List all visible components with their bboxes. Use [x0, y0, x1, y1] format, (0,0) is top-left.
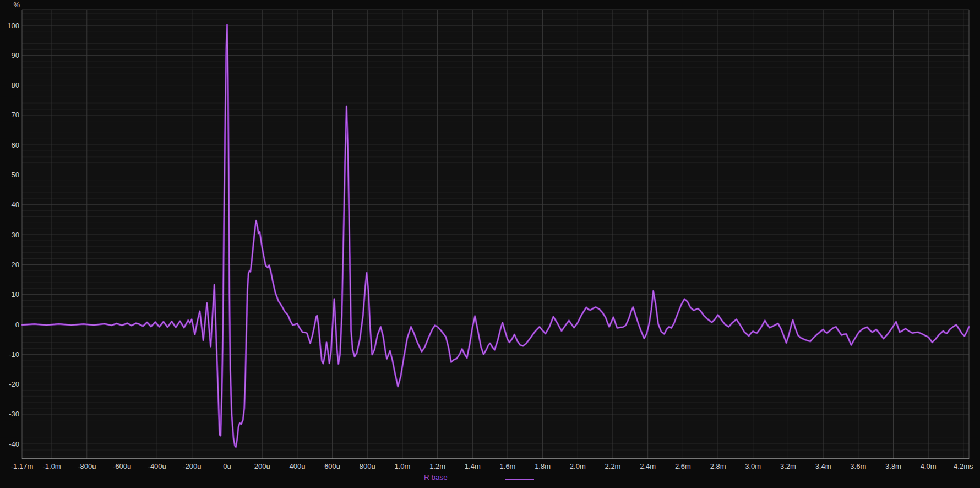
y-axis-unit-label: % [6, 1, 20, 9]
svg-text:60: 60 [12, 141, 19, 149]
svg-text:800u: 800u [360, 462, 375, 470]
impulse-response-graph-panel: 1009080706050403020100-10-20-30-40-1.17m… [0, 0, 980, 488]
svg-text:-200u: -200u [183, 462, 201, 470]
svg-text:0: 0 [15, 321, 19, 329]
svg-text:2.2m: 2.2m [605, 462, 621, 470]
svg-text:600u: 600u [324, 462, 340, 470]
svg-text:400u: 400u [289, 462, 305, 470]
svg-text:200u: 200u [254, 462, 270, 470]
svg-text:-600u: -600u [113, 462, 131, 470]
y-axis-labels: 1009080706050403020100-10-20-30-40 [7, 21, 19, 448]
legend-trace-label[interactable]: R base [424, 473, 448, 481]
svg-text:2.6m: 2.6m [675, 462, 691, 470]
svg-text:20: 20 [12, 261, 19, 269]
svg-text:0u: 0u [223, 462, 231, 470]
svg-text:70: 70 [12, 111, 19, 119]
svg-text:-10: -10 [9, 350, 19, 359]
svg-text:-30: -30 [9, 410, 19, 418]
svg-text:4.2ms: 4.2ms [954, 462, 973, 470]
svg-text:30: 30 [12, 231, 19, 239]
svg-text:4.0m: 4.0m [921, 462, 937, 470]
svg-text:90: 90 [12, 51, 19, 59]
impulse-response-chart[interactable]: 1009080706050403020100-10-20-30-40-1.17m… [0, 0, 980, 488]
svg-text:3.2m: 3.2m [780, 462, 796, 470]
svg-text:3.6m: 3.6m [850, 462, 866, 470]
svg-text:3.4m: 3.4m [815, 462, 831, 470]
svg-text:-800u: -800u [78, 462, 96, 470]
svg-text:1.6m: 1.6m [500, 462, 516, 470]
legend-line-swatch[interactable] [505, 479, 534, 480]
svg-text:10: 10 [12, 290, 19, 299]
svg-text:2.4m: 2.4m [640, 462, 656, 470]
svg-text:3.0m: 3.0m [745, 462, 761, 470]
svg-text:40: 40 [12, 200, 19, 209]
svg-text:1.2m: 1.2m [429, 462, 445, 470]
svg-text:-1.17m: -1.17m [11, 462, 33, 470]
svg-text:1.8m: 1.8m [535, 462, 551, 470]
svg-text:3.8m: 3.8m [885, 462, 901, 470]
svg-text:2.8m: 2.8m [710, 462, 726, 470]
svg-text:-1.0m: -1.0m [42, 462, 61, 470]
svg-text:80: 80 [12, 81, 19, 89]
svg-text:50: 50 [12, 171, 19, 179]
plot-area[interactable] [22, 10, 969, 459]
svg-text:-40: -40 [9, 440, 19, 448]
svg-text:2.0m: 2.0m [570, 462, 586, 470]
svg-text:1.4m: 1.4m [465, 462, 481, 470]
svg-text:-20: -20 [9, 380, 19, 388]
x-axis-labels: -1.17m-1.0m-800u-600u-400u-200u0u200u400… [11, 462, 973, 470]
svg-text:-400u: -400u [148, 462, 166, 470]
svg-text:1.0m: 1.0m [394, 462, 410, 470]
svg-text:100: 100 [7, 21, 19, 30]
